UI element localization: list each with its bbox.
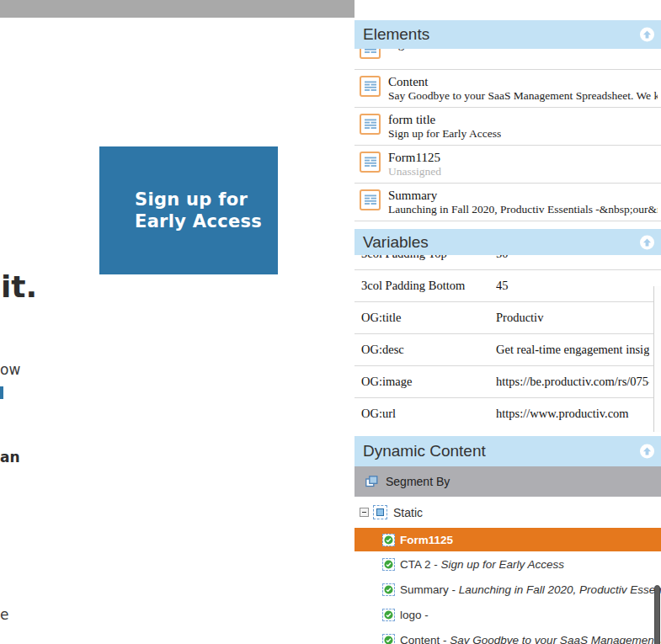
element-title: Content bbox=[388, 74, 658, 89]
element-title: Form1125 bbox=[388, 150, 441, 165]
scrollbar-thumb[interactable] bbox=[654, 585, 660, 644]
preview-link-fragment bbox=[0, 386, 3, 399]
preview-text-fragment: ow bbox=[0, 361, 20, 378]
dynamic-content-panel: Dynamic Content Segment By Static bbox=[354, 436, 661, 644]
dynamic-item-form1125[interactable]: Form1125 bbox=[354, 528, 661, 551]
side-panel-column: Elements logo bbox=[354, 0, 661, 644]
segment-by-bar[interactable]: Segment By bbox=[354, 466, 661, 497]
segment-by-label: Segment By bbox=[386, 475, 450, 488]
cta-button-label: Sign up for Early Access bbox=[99, 189, 262, 232]
variable-name: OG:url bbox=[361, 407, 396, 421]
variables-list: 3col Padding Top 50 3col Padding Bottom … bbox=[354, 255, 661, 425]
variable-name: OG:desc bbox=[361, 343, 404, 357]
element-item-logo[interactable]: logo bbox=[354, 49, 661, 70]
variables-panel-header[interactable]: Variables bbox=[354, 229, 661, 255]
variable-row[interactable]: 3col Padding Top 50 bbox=[354, 255, 661, 270]
variable-value[interactable]: https://be.productiv.com/rs/075-O… bbox=[496, 375, 649, 389]
elements-panel: Elements logo bbox=[354, 20, 661, 221]
approved-check-icon bbox=[382, 558, 395, 571]
variable-name: 3col Padding Top bbox=[361, 255, 447, 261]
element-subtitle: Launching in Fall 2020, Productiv Essent… bbox=[388, 203, 658, 216]
static-tree-node[interactable]: Static bbox=[354, 497, 661, 528]
scrollbar-track[interactable] bbox=[653, 286, 661, 432]
collapse-panel-button[interactable] bbox=[640, 235, 654, 249]
page-preview-canvas: Sign up for Early Access it. ow an e bbox=[0, 18, 354, 644]
variable-name: 3col Padding Bottom bbox=[361, 279, 465, 293]
preview-text-fragment: e bbox=[0, 606, 8, 623]
element-title: logo bbox=[388, 49, 411, 51]
element-title: Summary bbox=[388, 188, 658, 203]
variable-row[interactable]: OG:title Productiv bbox=[354, 302, 661, 334]
segments-icon bbox=[365, 476, 378, 487]
variable-value[interactable]: 45 bbox=[496, 279, 649, 293]
approved-check-icon bbox=[382, 634, 395, 644]
dynamic-content-panel-header[interactable]: Dynamic Content bbox=[354, 436, 661, 466]
element-subtitle: Sign up for Early Access bbox=[388, 127, 501, 141]
rich-text-element-icon bbox=[360, 76, 381, 97]
variable-name: OG:title bbox=[361, 311, 402, 325]
variable-row[interactable]: 3col Padding Bottom 45 bbox=[354, 270, 661, 302]
dynamic-item-content[interactable]: Content - Say Goodbye to your SaaS Manag… bbox=[354, 627, 661, 644]
elements-list: logo Content Say Goodbye to your SaaS Ma… bbox=[354, 49, 661, 221]
elements-panel-title: Elements bbox=[354, 25, 429, 44]
variable-row[interactable]: OG:desc Get real-time engagement insight… bbox=[354, 334, 661, 366]
up-arrow-icon bbox=[642, 447, 652, 456]
landing-page-editor: Auto-saved: Oct 9, 7:56 AM PDT Preview D… bbox=[0, 0, 661, 644]
element-item-summary[interactable]: Summary Launching in Fall 2020, Producti… bbox=[354, 184, 661, 221]
static-segment-icon bbox=[373, 505, 387, 519]
dynamic-item-logo[interactable]: logo - bbox=[354, 602, 661, 627]
preview-text-fragment: an bbox=[0, 449, 20, 466]
element-subtitle: Say Goodbye to your SaaS Management Spre… bbox=[388, 89, 658, 103]
dynamic-content-panel-title: Dynamic Content bbox=[354, 442, 486, 460]
dynamic-item-summary[interactable]: Summary - Launching in Fall 2020, Produc… bbox=[354, 577, 661, 602]
variable-value[interactable]: Productiv bbox=[496, 311, 649, 325]
collapse-tree-icon[interactable] bbox=[360, 508, 369, 517]
approved-check-icon bbox=[382, 534, 395, 546]
element-item-content[interactable]: Content Say Goodbye to your SaaS Managem… bbox=[354, 70, 661, 108]
up-arrow-icon bbox=[642, 237, 652, 247]
approved-check-icon bbox=[382, 609, 395, 621]
static-label: Static bbox=[392, 506, 423, 519]
variables-panel: Variables 3col Padding Top 50 3col Paddi… bbox=[354, 229, 661, 425]
variable-value[interactable]: Get real-time engagement insights… bbox=[496, 343, 649, 357]
element-subtitle: Unassigned bbox=[388, 165, 441, 178]
rich-text-element-icon bbox=[360, 189, 381, 210]
collapse-panel-button[interactable] bbox=[640, 28, 654, 42]
element-item-form1125[interactable]: Form1125 Unassigned bbox=[354, 146, 661, 184]
variable-row[interactable]: OG:url https://www.productiv.com bbox=[354, 398, 661, 425]
variable-name: OG:image bbox=[361, 375, 412, 389]
elements-panel-header[interactable]: Elements bbox=[354, 20, 661, 49]
approved-check-icon bbox=[382, 583, 395, 596]
element-item-form-title[interactable]: form title Sign up for Early Access bbox=[354, 108, 661, 146]
variable-value[interactable]: https://www.productiv.com bbox=[496, 407, 649, 421]
element-title: form title bbox=[388, 112, 501, 127]
variable-row[interactable]: OG:image https://be.productiv.com/rs/075… bbox=[354, 366, 661, 398]
variable-value[interactable]: 50 bbox=[496, 255, 649, 261]
rich-text-element-icon bbox=[360, 152, 381, 173]
rich-text-element-icon bbox=[360, 49, 381, 59]
preview-text-fragment: it. bbox=[1, 269, 37, 304]
variables-panel-title: Variables bbox=[354, 233, 429, 252]
cta-button[interactable]: Sign up for Early Access bbox=[99, 146, 278, 274]
rich-text-element-icon bbox=[360, 114, 381, 135]
up-arrow-icon bbox=[642, 30, 652, 40]
dynamic-item-cta2[interactable]: CTA 2 - Sign up for Early Access bbox=[354, 551, 661, 577]
collapse-panel-button[interactable] bbox=[640, 444, 654, 459]
